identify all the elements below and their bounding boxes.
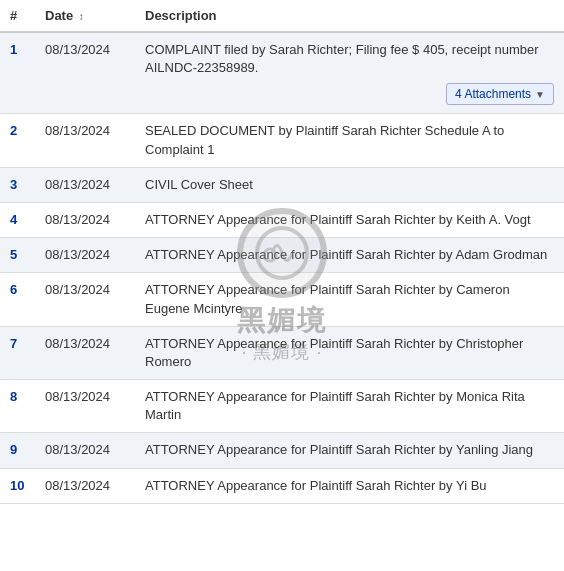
row-number: 3 <box>0 167 35 202</box>
row-number: 1 <box>0 32 35 114</box>
col-header-description: Description <box>135 0 564 32</box>
row-description: ATTORNEY Appearance for Plaintiff Sarah … <box>135 468 564 503</box>
row-description: ATTORNEY Appearance for Plaintiff Sarah … <box>135 238 564 273</box>
row-date: 08/13/2024 <box>35 326 135 379</box>
row-number: 9 <box>0 433 35 468</box>
col-header-num: # <box>0 0 35 32</box>
row-date: 08/13/2024 <box>35 167 135 202</box>
row-number: 2 <box>0 114 35 167</box>
row-date: 08/13/2024 <box>35 32 135 114</box>
sort-icon: ↕ <box>79 11 84 22</box>
row-number: 4 <box>0 202 35 237</box>
row-number: 5 <box>0 238 35 273</box>
row-date: 08/13/2024 <box>35 273 135 326</box>
row-description: COMPLAINT filed by Sarah Richter; Filing… <box>135 32 564 114</box>
dropdown-arrow-icon: ▼ <box>535 89 545 100</box>
row-date: 08/13/2024 <box>35 114 135 167</box>
col-header-date[interactable]: Date ↕ <box>35 0 135 32</box>
table-row: 208/13/2024SEALED DOCUMENT by Plaintiff … <box>0 114 564 167</box>
row-number: 8 <box>0 380 35 433</box>
table-row: 808/13/2024ATTORNEY Appearance for Plain… <box>0 380 564 433</box>
row-description: ATTORNEY Appearance for Plaintiff Sarah … <box>135 433 564 468</box>
row-date: 08/13/2024 <box>35 238 135 273</box>
table-header-row: # Date ↕ Description <box>0 0 564 32</box>
table-row: 608/13/2024ATTORNEY Appearance for Plain… <box>0 273 564 326</box>
docket-table-container: # Date ↕ Description 108/13/2024COMPLAIN… <box>0 0 564 504</box>
table-row: 708/13/2024ATTORNEY Appearance for Plain… <box>0 326 564 379</box>
table-row: 408/13/2024ATTORNEY Appearance for Plain… <box>0 202 564 237</box>
row-date: 08/13/2024 <box>35 380 135 433</box>
table-row: 508/13/2024ATTORNEY Appearance for Plain… <box>0 238 564 273</box>
row-date: 08/13/2024 <box>35 468 135 503</box>
row-description: ATTORNEY Appearance for Plaintiff Sarah … <box>135 380 564 433</box>
table-row: 108/13/2024COMPLAINT filed by Sarah Rich… <box>0 32 564 114</box>
attachment-label: 4 Attachments <box>455 87 531 101</box>
table-row: 308/13/2024CIVIL Cover Sheet <box>0 167 564 202</box>
row-description: ATTORNEY Appearance for Plaintiff Sarah … <box>135 273 564 326</box>
row-date: 08/13/2024 <box>35 202 135 237</box>
docket-table: # Date ↕ Description 108/13/2024COMPLAIN… <box>0 0 564 504</box>
attachment-button[interactable]: 4 Attachments▼ <box>446 83 554 105</box>
table-row: 1008/13/2024ATTORNEY Appearance for Plai… <box>0 468 564 503</box>
row-number: 10 <box>0 468 35 503</box>
row-number: 7 <box>0 326 35 379</box>
row-description: ATTORNEY Appearance for Plaintiff Sarah … <box>135 326 564 379</box>
row-description: SEALED DOCUMENT by Plaintiff Sarah Richt… <box>135 114 564 167</box>
row-date: 08/13/2024 <box>35 433 135 468</box>
row-number: 6 <box>0 273 35 326</box>
row-description: ATTORNEY Appearance for Plaintiff Sarah … <box>135 202 564 237</box>
table-body: 108/13/2024COMPLAINT filed by Sarah Rich… <box>0 32 564 503</box>
row-description: CIVIL Cover Sheet <box>135 167 564 202</box>
table-row: 908/13/2024ATTORNEY Appearance for Plain… <box>0 433 564 468</box>
